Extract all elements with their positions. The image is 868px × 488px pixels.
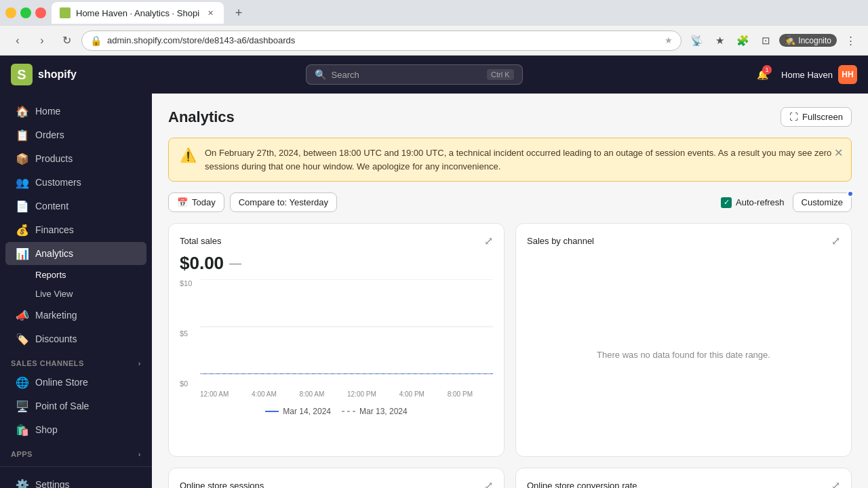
sidebar-item-customers[interactable]: 👥 Customers (5, 171, 146, 194)
sidebar-item-products[interactable]: 📦 Products (5, 147, 146, 170)
sidebar-item-discounts[interactable]: 🏷️ Discounts (5, 327, 146, 350)
sales-by-channel-title: Sales by channel (527, 236, 594, 246)
refresh-button[interactable]: ↻ (57, 31, 76, 50)
sales-channels-chevron[interactable]: › (138, 359, 141, 367)
orders-icon: 📋 (16, 129, 28, 141)
sidebar-item-orders[interactable]: 📋 Orders (5, 123, 146, 146)
auto-refresh-toggle[interactable]: ✓ Auto-refresh (721, 197, 785, 208)
notification-badge: 1 (762, 65, 772, 75)
sidebar-item-label-analytics: Analytics (35, 248, 73, 259)
legend-line-dashed (342, 411, 355, 412)
maximize-button[interactable] (20, 7, 31, 18)
tab-search-button[interactable]: ⊡ (756, 31, 775, 50)
compare-label: Compare to: Yesterday (239, 197, 328, 207)
sidebar-item-home[interactable]: 🏠 Home (5, 100, 146, 123)
store-avatar: HH (838, 65, 857, 84)
total-sales-title: Total sales (180, 236, 221, 246)
sidebar-item-label-content: Content (35, 201, 68, 211)
app-header: S shopify 🔍 Search Ctrl K 🔔 1 Home Haven… (0, 56, 868, 94)
online-store-conversion-rate-title: Online store conversion rate (527, 481, 637, 488)
fullscreen-button[interactable]: ⛶ Fullscreen (781, 107, 852, 127)
sidebar-item-label-home: Home (35, 106, 60, 117)
browser-tab[interactable]: Home Haven · Analytics · Shopi ✕ (52, 2, 224, 24)
sidebar-item-label-marketing: Marketing (35, 310, 77, 321)
customize-button[interactable]: Customize (793, 192, 852, 212)
total-sales-chart: $10 $5 $0 (169, 279, 504, 401)
legend-label-yesterday: Mar 13, 2024 (359, 407, 408, 416)
checkmark-icon: ✓ (724, 198, 730, 207)
tab-close-button[interactable]: ✕ (205, 7, 216, 18)
sidebar-item-label-point-of-sale: Point of Sale (35, 401, 89, 411)
analytics-cards-grid: Total sales ⤢ $0.00 — $10 $5 $0 (168, 223, 852, 488)
main-content: Analytics ⛶ Fullscreen ⚠️ On February 27… (152, 94, 868, 488)
no-data-message: There was no data found for this date ra… (597, 287, 770, 422)
today-button[interactable]: 📅 Today (168, 192, 224, 212)
x-axis: 12:00 AM 4:00 AM 8:00 AM 12:00 PM 4:00 P… (180, 388, 493, 398)
total-sales-dash: — (229, 256, 241, 270)
total-sales-expand-icon[interactable]: ⤢ (484, 235, 493, 247)
minimize-button[interactable] (5, 7, 16, 18)
extensions-button[interactable]: 🧩 (733, 31, 752, 50)
new-tab-button[interactable]: + (229, 3, 248, 22)
settings-icon: ⚙️ (16, 479, 28, 488)
online-store-conversion-rate-card: Online store conversion rate ⤢ (515, 468, 852, 488)
menu-button[interactable]: ⋮ (841, 31, 860, 50)
tab-title: Home Haven · Analytics · Shopi (76, 8, 199, 18)
sales-by-channel-expand-icon[interactable]: ⤢ (831, 235, 840, 247)
browser-chrome: Home Haven · Analytics · Shopi ✕ + ‹ › ↻… (0, 0, 868, 56)
sidebar-subitem-label-live-view: Live View (35, 289, 73, 299)
customize-label: Customize (802, 197, 843, 207)
sidebar-item-label-shop: Shop (35, 424, 58, 435)
sidebar-item-label-products: Products (35, 153, 73, 164)
auto-refresh-checkbox[interactable]: ✓ (721, 197, 732, 208)
back-button[interactable]: ‹ (8, 31, 27, 50)
finances-icon: 💰 (16, 224, 28, 236)
chart-legend: Mar 14, 2024 Mar 13, 2024 (169, 401, 504, 427)
apps-chevron[interactable]: › (138, 450, 141, 458)
store-switcher-button[interactable]: Home Haven HH (781, 65, 857, 84)
sidebar-subitem-live-view[interactable]: Live View (5, 285, 146, 303)
sidebar-item-online-store[interactable]: 🌐 Online Store (5, 371, 146, 394)
chart-svg (200, 279, 493, 374)
sidebar-item-content[interactable]: 📄 Content (5, 195, 146, 218)
x-label-0: 12:00 AM (200, 390, 229, 398)
header-right: 🔔 1 Home Haven HH (751, 64, 857, 85)
sidebar-item-shop[interactable]: 🛍️ Shop (5, 418, 146, 441)
global-search[interactable]: 🔍 Search Ctrl K (306, 64, 523, 85)
calendar-icon: 📅 (177, 197, 188, 207)
sidebar-item-settings[interactable]: ⚙️ Settings (5, 473, 146, 488)
alert-close-button[interactable]: ✕ (834, 146, 843, 159)
sidebar-item-finances[interactable]: 💰 Finances (5, 218, 146, 241)
address-bar[interactable]: 🔒 admin.shopify.com/store/de8143-a6/dash… (81, 30, 682, 51)
sidebar: 🏠 Home 📋 Orders 📦 Products 👥 Customers 📄 (0, 94, 152, 488)
incognito-badge: 🕵 Incognito (779, 34, 837, 47)
sidebar-item-label-online-store: Online Store (35, 377, 88, 388)
page-header: Analytics ⛶ Fullscreen (168, 107, 852, 127)
legend-item-yesterday: Mar 13, 2024 (342, 407, 408, 416)
browser-titlebar: Home Haven · Analytics · Shopi ✕ + (0, 0, 868, 26)
online-store-conversion-rate-expand-icon[interactable]: ⤢ (831, 479, 840, 488)
sidebar-item-point-of-sale[interactable]: 🖥️ Point of Sale (5, 394, 146, 418)
sidebar-subitem-reports[interactable]: Reports (5, 266, 146, 284)
forward-button[interactable]: › (33, 31, 52, 50)
x-label-2: 8:00 AM (300, 390, 325, 398)
close-window-button[interactable] (35, 7, 46, 18)
notification-button[interactable]: 🔔 1 (751, 64, 773, 85)
sidebar-item-label-customers: Customers (35, 177, 81, 188)
sales-by-channel-empty: There was no data found for this date ra… (516, 253, 851, 456)
x-label-1: 4:00 AM (252, 390, 277, 398)
chart-area: $10 $5 $0 (180, 279, 493, 388)
shop-icon: 🛍️ (16, 424, 28, 436)
bookmark-button[interactable]: ★ (710, 31, 729, 50)
sales-channels-label: Sales channels (11, 359, 84, 367)
sidebar-item-marketing[interactable]: 📣 Marketing (5, 304, 146, 327)
analytics-toolbar: 📅 Today Compare to: Yesterday ✓ Auto-ref… (168, 192, 852, 212)
store-name: Home Haven (781, 70, 833, 80)
sidebar-item-analytics[interactable]: 📊 Analytics (5, 242, 146, 265)
online-store-sessions-expand-icon[interactable]: ⤢ (484, 479, 493, 488)
cast-button[interactable]: 📡 (687, 31, 706, 50)
compare-button[interactable]: Compare to: Yesterday (230, 192, 337, 212)
apps-label: Apps (11, 450, 33, 458)
x-label-4: 4:00 PM (399, 390, 425, 398)
app-shell: S shopify 🔍 Search Ctrl K 🔔 1 Home Haven… (0, 56, 868, 488)
